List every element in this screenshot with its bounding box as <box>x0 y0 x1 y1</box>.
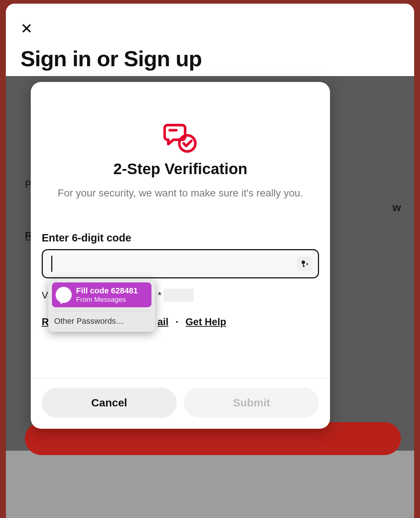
bg-bottom <box>6 451 414 518</box>
autofill-popover: Fill code 628481 From Messages Other Pas… <box>48 279 155 332</box>
redacted-phone <box>164 289 194 302</box>
link-separator: · <box>176 316 179 327</box>
password-key-icon[interactable] <box>297 256 312 271</box>
cancel-button[interactable]: Cancel <box>42 388 177 418</box>
signin-title: Sign in or Sign up <box>20 46 400 71</box>
fill-code-title: Fill code 628481 <box>76 286 138 296</box>
message-verify-icon <box>163 122 198 153</box>
resend-link-left[interactable]: R <box>42 316 49 327</box>
get-help-link[interactable]: Get Help <box>185 316 226 327</box>
signin-header: ✕ Sign in or Sign up <box>6 4 414 86</box>
text-cursor <box>51 256 52 272</box>
modal-title: 2-Step Verification <box>113 160 247 178</box>
code-label: Enter 6-digit code <box>42 232 131 244</box>
close-icon[interactable]: ✕ <box>20 21 33 36</box>
svg-rect-4 <box>303 265 305 266</box>
submit-button[interactable]: Submit <box>184 388 319 418</box>
code-input[interactable] <box>42 249 319 278</box>
fill-code-subtitle: From Messages <box>76 296 138 304</box>
autofill-divider <box>53 311 150 311</box>
sent-star: * <box>158 290 161 301</box>
modal-subtitle: For your security, we want to make sure … <box>54 187 307 199</box>
sent-prefix: V <box>42 290 48 301</box>
code-input-wrap <box>42 249 319 278</box>
key-icon <box>300 259 309 268</box>
svg-rect-5 <box>303 266 304 267</box>
modal-footer: Cancel Submit <box>31 378 330 429</box>
two-step-modal: 2-Step Verification For your security, w… <box>31 82 330 429</box>
modal-body: 2-Step Verification For your security, w… <box>31 82 330 378</box>
fill-code-suggestion[interactable]: Fill code 628481 From Messages <box>52 282 151 307</box>
resend-link-right[interactable]: ail <box>158 316 169 327</box>
other-passwords-option[interactable]: Other Passwords… <box>52 314 151 328</box>
messages-icon <box>56 287 72 303</box>
bg-show-text: w <box>393 201 401 214</box>
fill-text: Fill code 628481 From Messages <box>76 286 138 304</box>
